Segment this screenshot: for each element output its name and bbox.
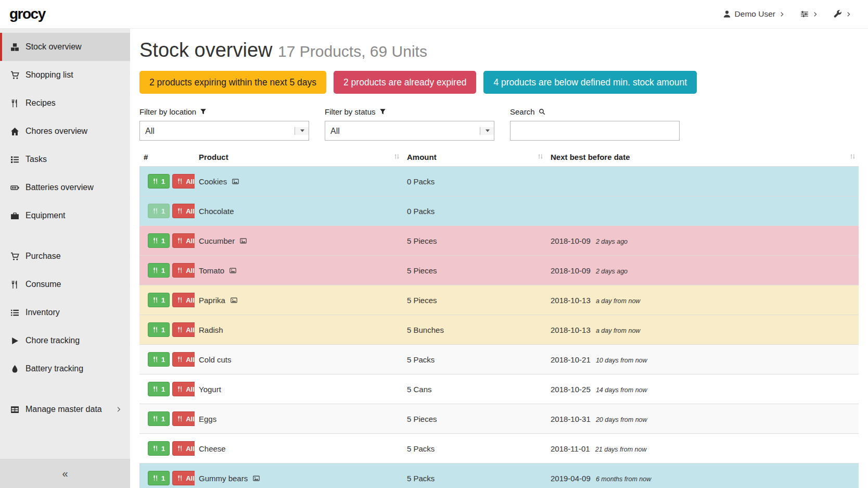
row-actions-cell: 1 All: [139, 464, 195, 488]
alert-expired[interactable]: 2 products are already expired: [334, 71, 476, 94]
status-select[interactable]: All: [325, 121, 494, 141]
sort-icon: [849, 153, 857, 162]
consume-all-button[interactable]: All: [172, 411, 195, 426]
wrench-icon: [834, 10, 842, 18]
consume-all-button[interactable]: All: [172, 263, 195, 278]
consume-one-button[interactable]: 1: [148, 352, 170, 367]
best-before-cell: 2018-10-13 a day from now: [546, 315, 859, 345]
image-icon: [232, 178, 239, 185]
sidebar-item-shopping-list[interactable]: Shopping list: [0, 61, 130, 89]
amount-cell: 0 Packs: [403, 167, 546, 196]
column-header-amount[interactable]: Amount: [403, 148, 546, 167]
best-before-cell: 2018-11-01 21 days from now: [546, 434, 859, 464]
best-before-cell: 2018-10-21 10 days from now: [546, 345, 859, 374]
row-actions-cell: 1 All: [139, 167, 195, 196]
image-icon: [253, 475, 260, 482]
consume-one-button[interactable]: 1: [148, 293, 170, 307]
column-header-product[interactable]: Product: [195, 148, 403, 167]
consume-one-button[interactable]: 1: [148, 204, 170, 218]
consume-all-button[interactable]: All: [172, 441, 195, 456]
app-window: grocy Demo User Stock overview Shopping …: [0, 0, 868, 488]
consume-one-button[interactable]: 1: [148, 382, 170, 396]
row-actions-cell: 1 All: [139, 404, 195, 434]
row-actions-cell: 1 All: [139, 256, 195, 285]
utensils-icon: [10, 280, 19, 289]
utensils-icon: [152, 386, 159, 392]
product-cell: Tomato: [195, 256, 403, 285]
chevron-right-icon: [812, 11, 818, 17]
stock-table-body: 1 All Cookies 0 Packs 1: [139, 167, 859, 488]
best-before-relative: a day from now: [596, 297, 640, 305]
alert-below-min[interactable]: 4 products are below defined min. stock …: [483, 71, 697, 94]
sidebar-item-equipment[interactable]: Equipment: [0, 202, 130, 230]
sidebar-item-recipes[interactable]: Recipes: [0, 89, 130, 117]
filter-icon: [379, 108, 386, 115]
sidebar-collapse-button[interactable]: «: [0, 459, 130, 488]
consume-all-button[interactable]: All: [172, 174, 195, 189]
product-name: Gummy bears: [199, 474, 248, 483]
utensils-icon: [10, 99, 19, 108]
best-before-relative: 6 months from now: [596, 476, 651, 483]
status-filter: Filter by status All: [325, 107, 494, 141]
utensils-icon: [152, 297, 159, 303]
sidebar-item-chores-overview[interactable]: Chores overview: [0, 117, 130, 145]
consume-one-button[interactable]: 1: [148, 233, 170, 248]
sort-icon: [537, 153, 544, 162]
sidebar-item-manage-master-data[interactable]: Manage master data: [0, 395, 130, 423]
product-cell: Eggs: [195, 404, 403, 434]
row-actions-cell: 1 All: [139, 196, 195, 226]
alert-expiring[interactable]: 2 products expiring within the next 5 da…: [139, 71, 326, 94]
utensils-icon: [152, 267, 159, 273]
amount-cell: 5 Bunches: [403, 315, 546, 345]
sidebar-item-batteries-overview[interactable]: Batteries overview: [0, 173, 130, 202]
consume-all-button[interactable]: All: [172, 352, 195, 367]
utensils-icon: [177, 297, 183, 303]
stock-row-cucumber: 1 All Cucumber 5 Pieces 2018-10-09 2 day…: [139, 226, 859, 256]
boxes-icon: [10, 43, 19, 52]
sidebar-item-purchase[interactable]: Purchase: [0, 242, 130, 270]
stock-row-tomato: 1 All Tomato 5 Pieces 2018-10-09 2 days …: [139, 256, 859, 285]
best-before-relative: 21 days from now: [595, 446, 647, 453]
consume-all-button[interactable]: All: [172, 471, 195, 485]
product-name: Chocolate: [199, 207, 234, 216]
user-menu[interactable]: Demo User: [718, 6, 790, 22]
best-before-relative: 20 days from now: [596, 416, 647, 423]
consume-one-button[interactable]: 1: [148, 263, 170, 278]
location-select[interactable]: All: [139, 121, 309, 141]
amount-cell: 5 Packs: [403, 464, 546, 488]
sidebar-item-battery-tracking[interactable]: Battery tracking: [0, 355, 130, 383]
best-before-relative: a day from now: [596, 327, 640, 334]
sidebar-item-inventory[interactable]: Inventory: [0, 298, 130, 327]
consume-one-button[interactable]: 1: [148, 441, 170, 456]
column-header-num: #: [139, 148, 195, 167]
product-cell: Cheese: [195, 434, 403, 464]
stock-row-chocolate: 1 All Chocolate 0 Packs: [139, 196, 859, 226]
admin-menu[interactable]: [828, 7, 857, 21]
consume-all-button[interactable]: All: [172, 382, 195, 396]
search-input[interactable]: [510, 121, 680, 141]
sliders-icon: [800, 10, 809, 18]
column-header-date[interactable]: Next best before date: [546, 148, 859, 167]
consume-all-button[interactable]: All: [172, 322, 195, 337]
row-actions-cell: 1 All: [139, 434, 195, 464]
amount-cell: 5 Pieces: [403, 404, 546, 434]
product-cell: Cookies: [195, 167, 403, 196]
sidebar-item-tasks[interactable]: Tasks: [0, 145, 130, 173]
sidebar-item-chore-tracking[interactable]: Chore tracking: [0, 327, 130, 355]
product-cell: Cold cuts: [195, 345, 403, 374]
search-icon: [539, 108, 545, 115]
product-name: Cold cuts: [199, 355, 232, 364]
utensils-icon: [177, 267, 183, 273]
consume-one-button[interactable]: 1: [148, 411, 170, 426]
settings-menu[interactable]: [795, 7, 823, 21]
consume-all-button[interactable]: All: [172, 233, 195, 248]
consume-all-button[interactable]: All: [172, 204, 195, 218]
consume-one-button[interactable]: 1: [148, 322, 170, 337]
consume-one-button[interactable]: 1: [148, 174, 170, 189]
sidebar-item-stock-overview[interactable]: Stock overview: [0, 33, 130, 61]
best-before-date: 2018-10-31: [551, 415, 591, 423]
consume-all-button[interactable]: All: [172, 293, 195, 307]
product-name: Cucumber: [199, 236, 235, 245]
sidebar-item-consume[interactable]: Consume: [0, 270, 130, 298]
consume-one-button[interactable]: 1: [148, 471, 170, 485]
